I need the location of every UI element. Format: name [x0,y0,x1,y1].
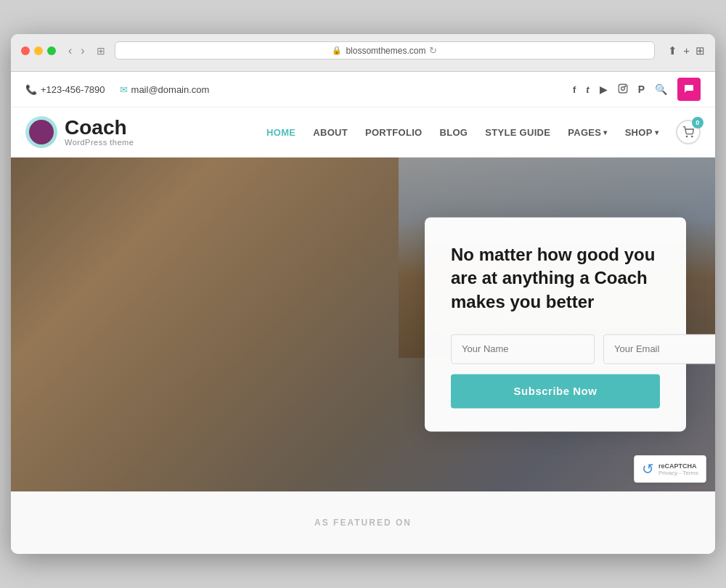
recaptcha-badge: ↺ reCAPTCHA Privacy - Terms [634,455,706,483]
address-bar[interactable]: 🔒 blossomthemes.com ↻ [115,41,656,60]
url-text: blossomthemes.com [346,46,425,56]
forward-button[interactable]: › [78,44,86,57]
cart-count: 0 [692,117,703,128]
email-address: mail@domain.com [131,84,210,95]
refresh-icon: ↻ [429,45,437,56]
email-info: ✉ mail@domain.com [120,84,210,95]
recaptcha-icon: ↺ [642,460,654,478]
traffic-lights [21,46,56,55]
instagram-icon[interactable] [618,83,628,96]
phone-info: 📞 +123-456-7890 [25,84,105,95]
recaptcha-text: reCAPTCHA Privacy - Terms [658,462,698,476]
nav-links: HOME ABOUT PORTFOLIO BLOG STYLE GUIDE PA… [266,120,701,144]
browser-controls: ‹ › [66,44,87,57]
cta-badge[interactable] [677,78,701,101]
email-icon: ✉ [120,84,128,95]
logo-inner-circle [29,120,54,144]
browser-actions: ⬆ + ⊞ [668,44,705,57]
svg-rect-0 [619,84,627,93]
nav-shop[interactable]: SHOP ▾ [625,127,658,138]
window-icon[interactable]: ⊞ [94,45,107,57]
top-info-right: f t ▶ P 🔍 [573,78,701,101]
grid-view-button[interactable]: ⊞ [696,44,705,57]
maximize-button[interactable] [47,46,56,55]
email-input[interactable] [603,335,715,364]
featured-label: AS FEATURED ON [25,518,701,528]
svg-point-1 [621,86,624,90]
top-info-bar: 📞 +123-456-7890 ✉ mail@domain.com f t ▶ … [11,72,715,107]
new-tab-button[interactable]: + [683,44,690,57]
logo-title: Coach [65,118,134,138]
hero-heading: No matter how good you are at anything a… [451,243,660,314]
minimize-button[interactable] [34,46,43,55]
logo-icon [25,116,57,148]
logo: Coach WordPress theme [25,116,134,148]
nav-home[interactable]: HOME [266,127,295,138]
youtube-icon[interactable]: ▶ [600,83,608,95]
svg-point-2 [624,86,625,86]
share-button[interactable]: ⬆ [668,44,677,57]
nav-portfolio[interactable]: PORTFOLIO [365,127,423,138]
shop-chevron-icon: ▾ [655,128,658,136]
recaptcha-links: Privacy - Terms [658,470,698,476]
hero-card: No matter how good you are at anything a… [425,217,686,431]
nav-pages[interactable]: PAGES ▾ [568,127,607,138]
back-button[interactable]: ‹ [66,44,74,57]
nav-bar: Coach WordPress theme HOME ABOUT PORTFOL… [11,107,715,158]
close-button[interactable] [21,46,30,55]
name-input[interactable] [451,335,595,364]
pinterest-icon[interactable]: P [638,83,645,95]
cart-button[interactable]: 0 [676,120,701,144]
logo-subtitle: WordPress theme [65,138,134,147]
search-icon[interactable]: 🔍 [655,83,667,95]
phone-icon: 📞 [25,84,37,95]
recaptcha-label: reCAPTCHA [658,462,698,470]
subscribe-form-row [451,335,660,364]
pages-chevron-icon: ▾ [603,128,607,136]
facebook-icon[interactable]: f [573,84,576,95]
svg-point-4 [692,136,693,136]
subscribe-button[interactable]: Subscribe Now [451,375,660,409]
logo-text: Coach WordPress theme [65,118,134,147]
svg-point-3 [686,136,687,136]
nav-style-guide[interactable]: STYLE GUIDE [485,127,550,138]
browser-window: ‹ › ⊞ 🔒 blossomthemes.com ↻ ⬆ + ⊞ [11,34,715,554]
twitter-icon[interactable]: t [586,84,589,95]
phone-number: +123-456-7890 [41,84,105,95]
nav-about[interactable]: ABOUT [313,127,348,138]
browser-chrome: ‹ › ⊞ 🔒 blossomthemes.com ↻ ⬆ + ⊞ [11,34,715,72]
featured-section: AS FEATURED ON [11,491,715,554]
address-bar-row: 🔒 blossomthemes.com ↻ [115,41,656,60]
top-info-left: 📞 +123-456-7890 ✉ mail@domain.com [25,84,209,95]
nav-blog[interactable]: BLOG [440,127,468,138]
hero-section: No matter how good you are at anything a… [11,158,715,491]
lock-icon: 🔒 [332,46,342,55]
